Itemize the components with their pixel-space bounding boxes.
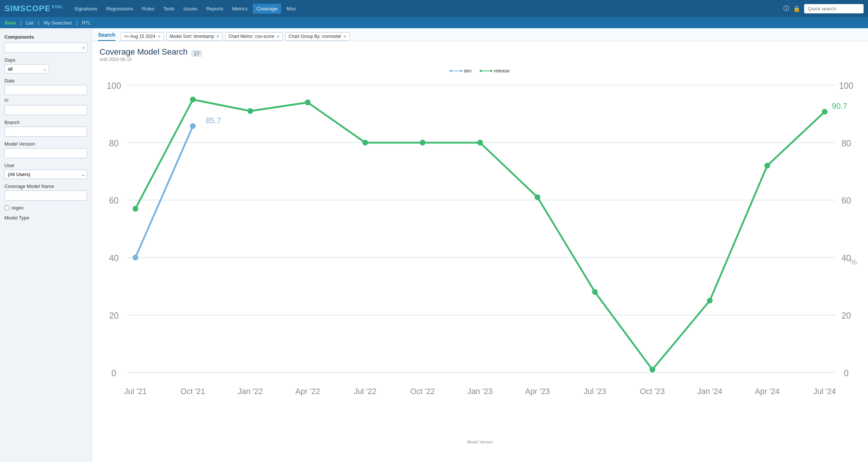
svg-text:Jan '23: Jan '23 [467,387,493,396]
svg-text:Jul '23: Jul '23 [584,387,606,396]
filter-chip-model-sort-label: Model Sort: timestamp [170,34,214,39]
components-section: Components × [4,34,87,53]
nav-regressions[interactable]: Regressions [102,4,137,14]
svg-text:60: 60 [841,196,851,205]
filter-chip-chart-metric-close[interactable]: × [277,34,280,39]
date-to-input[interactable] [4,105,87,115]
search-tab[interactable]: Search [98,32,115,41]
nav-metrics[interactable]: Metrics [228,4,251,14]
lock-icon[interactable]: 🔒 [793,5,800,12]
release-dot-5 [362,140,368,145]
release-dot-2 [190,97,196,102]
svg-text:60: 60 [109,196,119,205]
svg-text:40: 40 [109,253,119,263]
nav-coverage[interactable]: Coverage [253,4,281,14]
list-link[interactable]: List [26,20,33,26]
filter-chip-chart-metric: Chart Metric: cov-score × [225,32,283,40]
release-dot-12 [764,163,770,168]
date-to-label: to [4,97,9,103]
components-input[interactable] [4,43,87,53]
x-axis-label: Model Version [99,440,861,444]
coverage-model-name-label: Coverage Model Name [4,183,87,189]
days-label: Days [4,57,87,63]
chart-count: 17 [191,50,202,57]
release-dot-6 [420,140,425,145]
model-version-label: Model Version [4,141,87,147]
days-row: all 1 7 30 90 [4,64,87,74]
svg-text:Jul '24: Jul '24 [813,387,836,396]
date-from-input[interactable] [4,85,87,95]
nav-right: ⓘ 🔒 [783,4,864,13]
branch-label: Branch [4,120,87,125]
chart-legend: dev release [99,68,861,74]
svg-text:100: 100 [107,81,121,91]
svg-text:80: 80 [841,139,851,148]
filter-chip-date-label: <= Aug 15 2024 [124,34,156,39]
legend-release-label: release [494,68,510,74]
chart-area: Coverage Model Search 17 until 2024-08-1… [92,41,868,450]
svg-text:Jan '24: Jan '24 [697,387,722,396]
coverage-model-name-section: Coverage Model Name [4,183,87,201]
filter-chip-model-sort-close[interactable]: × [216,34,219,39]
app-logo: SIMSCOPEEVAL [4,4,63,13]
nav-misc[interactable]: Misc [283,4,300,14]
chart-subtitle: until 2024-08-15 [99,57,861,62]
model-version-input[interactable] [4,148,87,158]
svg-text:Oct '23: Oct '23 [640,387,665,396]
components-clear-btn[interactable]: × [82,45,85,51]
svg-text:Apr '23: Apr '23 [525,387,550,396]
branch-input[interactable] [4,127,87,137]
legend-dev-label: dev [464,68,471,74]
filter-chip-model-sort: Model Sort: timestamp × [166,32,223,40]
release-dot-8 [535,194,540,200]
svg-text:Oct '21: Oct '21 [180,387,205,396]
quick-search-input[interactable] [804,4,864,13]
regex-row: regex [4,205,87,211]
help-icon[interactable]: ⓘ [783,5,789,13]
branch-section: Branch [4,120,87,137]
user-select[interactable]: (All Users) [4,170,87,179]
svg-text:Jul '22: Jul '22 [354,387,376,396]
release-dot-10 [649,367,655,372]
model-type-label: Model Type [4,215,87,221]
regex-label[interactable]: regex [12,205,24,211]
chart-svg-wrap: 0 20 40 60 80 100 % 0 20 40 60 80 100 [99,78,861,444]
release-dot-9 [592,289,598,295]
filter-chip-date-close[interactable]: × [157,34,160,39]
legend-dev: dev [450,68,471,74]
sidebar: Components × Days all 1 7 30 90 [0,28,92,462]
svg-text:80: 80 [109,139,119,148]
rtl-link[interactable]: RTL [82,20,91,26]
user-select-wrapper: (All Users) [4,170,87,179]
nav-issues[interactable]: Issues [180,4,201,14]
coverage-model-name-input[interactable] [4,191,87,201]
filter-chip-chart-group-close[interactable]: × [343,34,346,39]
dev-label: 85.7 [206,116,221,125]
legend-release: release [480,68,510,74]
filter-chip-date: <= Aug 15 2024 × [121,32,164,40]
legend-release-line [480,71,492,71]
nav-rules[interactable]: Rules [138,4,158,14]
model-version-section: Model Version [4,141,87,158]
svg-text:Apr '22: Apr '22 [295,387,320,396]
main-content: Search <= Aug 15 2024 × Model Sort: time… [92,28,868,462]
dev-dot-1 [133,255,138,260]
days-select[interactable]: all 1 7 30 90 [4,64,49,74]
date-to-row: to [4,97,87,103]
svg-text:Jan '22: Jan '22 [238,387,263,396]
nav-signatures[interactable]: Signatures [71,4,101,14]
filter-chip-chart-metric-label: Chart Metric: cov-score [228,34,274,39]
nav-tests[interactable]: Tests [160,4,178,14]
sub-nav: Save | List | My Searches | RTL [0,17,868,28]
svg-text:Jul '21: Jul '21 [124,387,147,396]
my-searches-link[interactable]: My Searches [43,20,72,26]
release-dot-11 [707,298,712,303]
save-link[interactable]: Save [4,20,16,26]
user-section: User (All Users) [4,163,87,179]
svg-text:100: 100 [839,81,854,91]
svg-text:Oct '22: Oct '22 [410,387,435,396]
svg-text:0: 0 [111,368,116,378]
regex-checkbox[interactable] [4,205,9,210]
release-dot-1 [133,206,138,211]
nav-reports[interactable]: Reports [203,4,227,14]
